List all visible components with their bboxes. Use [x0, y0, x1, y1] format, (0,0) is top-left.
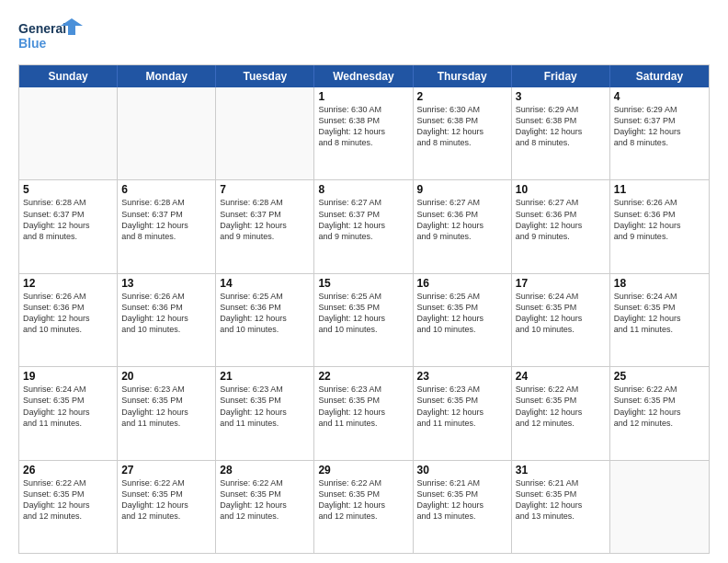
calendar-day-cell: 26Sunrise: 6:22 AM Sunset: 6:35 PM Dayli…: [19, 461, 118, 553]
day-number: 17: [516, 277, 606, 290]
calendar-row: 19Sunrise: 6:24 AM Sunset: 6:35 PM Dayli…: [19, 367, 709, 460]
day-info: Sunrise: 6:21 AM Sunset: 6:35 PM Dayligh…: [417, 477, 507, 523]
calendar-empty-cell: [610, 461, 709, 553]
calendar-header: SundayMondayTuesdayWednesdayThursdayFrid…: [19, 65, 709, 87]
calendar-empty-cell: [118, 87, 216, 179]
calendar-body: 1Sunrise: 6:30 AM Sunset: 6:38 PM Daylig…: [19, 87, 709, 553]
day-info: Sunrise: 6:25 AM Sunset: 6:36 PM Dayligh…: [220, 291, 310, 336]
calendar-day-cell: 17Sunrise: 6:24 AM Sunset: 6:35 PM Dayli…: [512, 274, 610, 366]
calendar-day-cell: 29Sunrise: 6:22 AM Sunset: 6:35 PM Dayli…: [314, 461, 413, 553]
day-info: Sunrise: 6:26 AM Sunset: 6:36 PM Dayligh…: [121, 291, 211, 336]
day-number: 27: [121, 464, 211, 477]
svg-text:General: General: [18, 21, 66, 36]
day-info: Sunrise: 6:29 AM Sunset: 6:37 PM Dayligh…: [614, 104, 705, 149]
header: General Blue: [18, 17, 710, 55]
calendar-row: 1Sunrise: 6:30 AM Sunset: 6:38 PM Daylig…: [19, 87, 709, 180]
calendar-day-cell: 18Sunrise: 6:24 AM Sunset: 6:35 PM Dayli…: [610, 274, 709, 366]
day-number: 19: [23, 370, 113, 383]
calendar-day-cell: 5Sunrise: 6:28 AM Sunset: 6:37 PM Daylig…: [19, 180, 118, 272]
day-info: Sunrise: 6:27 AM Sunset: 6:37 PM Dayligh…: [318, 197, 408, 242]
calendar-day-cell: 6Sunrise: 6:28 AM Sunset: 6:37 PM Daylig…: [118, 180, 216, 272]
day-number: 16: [417, 277, 507, 290]
day-info: Sunrise: 6:28 AM Sunset: 6:37 PM Dayligh…: [220, 197, 310, 242]
calendar-day-cell: 24Sunrise: 6:22 AM Sunset: 6:35 PM Dayli…: [512, 367, 610, 459]
day-info: Sunrise: 6:25 AM Sunset: 6:35 PM Dayligh…: [417, 291, 507, 336]
calendar-day-cell: 11Sunrise: 6:26 AM Sunset: 6:36 PM Dayli…: [610, 180, 709, 272]
calendar-day-cell: 21Sunrise: 6:23 AM Sunset: 6:35 PM Dayli…: [216, 367, 314, 459]
weekday-header: Saturday: [610, 65, 709, 87]
day-number: 14: [220, 277, 310, 290]
calendar-day-cell: 30Sunrise: 6:21 AM Sunset: 6:35 PM Dayli…: [414, 461, 512, 553]
calendar-row: 26Sunrise: 6:22 AM Sunset: 6:35 PM Dayli…: [19, 461, 709, 553]
weekday-header: Sunday: [19, 65, 118, 87]
calendar-day-cell: 20Sunrise: 6:23 AM Sunset: 6:35 PM Dayli…: [118, 367, 216, 459]
day-number: 15: [318, 277, 408, 290]
day-number: 30: [417, 464, 507, 477]
calendar-day-cell: 27Sunrise: 6:22 AM Sunset: 6:35 PM Dayli…: [118, 461, 216, 553]
calendar-day-cell: 1Sunrise: 6:30 AM Sunset: 6:38 PM Daylig…: [314, 87, 413, 179]
day-number: 3: [516, 90, 606, 103]
day-number: 20: [121, 370, 211, 383]
day-number: 13: [121, 277, 211, 290]
day-number: 26: [23, 464, 113, 477]
day-info: Sunrise: 6:24 AM Sunset: 6:35 PM Dayligh…: [23, 384, 113, 429]
day-info: Sunrise: 6:29 AM Sunset: 6:38 PM Dayligh…: [516, 104, 606, 149]
calendar-day-cell: 31Sunrise: 6:21 AM Sunset: 6:35 PM Dayli…: [512, 461, 610, 553]
day-info: Sunrise: 6:27 AM Sunset: 6:36 PM Dayligh…: [516, 197, 606, 242]
calendar-day-cell: 7Sunrise: 6:28 AM Sunset: 6:37 PM Daylig…: [216, 180, 314, 272]
day-info: Sunrise: 6:26 AM Sunset: 6:36 PM Dayligh…: [23, 291, 113, 336]
calendar-day-cell: 10Sunrise: 6:27 AM Sunset: 6:36 PM Dayli…: [512, 180, 610, 272]
page: General Blue SundayMondayTuesdayWednesda…: [0, 0, 728, 563]
day-info: Sunrise: 6:23 AM Sunset: 6:35 PM Dayligh…: [220, 384, 310, 429]
logo-svg: General Blue: [18, 17, 83, 55]
weekday-header: Thursday: [414, 65, 512, 87]
calendar-row: 12Sunrise: 6:26 AM Sunset: 6:36 PM Dayli…: [19, 274, 709, 367]
day-number: 21: [220, 370, 310, 383]
day-number: 11: [614, 183, 705, 196]
day-info: Sunrise: 6:23 AM Sunset: 6:35 PM Dayligh…: [318, 384, 408, 429]
day-info: Sunrise: 6:28 AM Sunset: 6:37 PM Dayligh…: [23, 197, 113, 242]
day-number: 31: [516, 464, 606, 477]
day-info: Sunrise: 6:30 AM Sunset: 6:38 PM Dayligh…: [318, 104, 408, 149]
day-number: 10: [516, 183, 606, 196]
logo: General Blue: [18, 17, 83, 55]
day-number: 12: [23, 277, 113, 290]
calendar-day-cell: 4Sunrise: 6:29 AM Sunset: 6:37 PM Daylig…: [610, 87, 709, 179]
day-info: Sunrise: 6:21 AM Sunset: 6:35 PM Dayligh…: [516, 477, 606, 523]
day-info: Sunrise: 6:22 AM Sunset: 6:35 PM Dayligh…: [614, 384, 705, 429]
day-info: Sunrise: 6:22 AM Sunset: 6:35 PM Dayligh…: [318, 477, 408, 523]
calendar-empty-cell: [19, 87, 118, 179]
day-info: Sunrise: 6:30 AM Sunset: 6:38 PM Dayligh…: [417, 104, 507, 149]
calendar-day-cell: 19Sunrise: 6:24 AM Sunset: 6:35 PM Dayli…: [19, 367, 118, 459]
day-number: 1: [318, 90, 408, 103]
day-number: 5: [23, 183, 113, 196]
day-number: 2: [417, 90, 507, 103]
calendar-day-cell: 12Sunrise: 6:26 AM Sunset: 6:36 PM Dayli…: [19, 274, 118, 366]
day-info: Sunrise: 6:22 AM Sunset: 6:35 PM Dayligh…: [23, 477, 113, 523]
calendar-day-cell: 9Sunrise: 6:27 AM Sunset: 6:36 PM Daylig…: [414, 180, 512, 272]
calendar-day-cell: 25Sunrise: 6:22 AM Sunset: 6:35 PM Dayli…: [610, 367, 709, 459]
day-info: Sunrise: 6:28 AM Sunset: 6:37 PM Dayligh…: [121, 197, 211, 242]
weekday-header: Friday: [512, 65, 610, 87]
day-number: 6: [121, 183, 211, 196]
day-number: 8: [318, 183, 408, 196]
calendar-day-cell: 22Sunrise: 6:23 AM Sunset: 6:35 PM Dayli…: [314, 367, 413, 459]
day-number: 7: [220, 183, 310, 196]
day-info: Sunrise: 6:25 AM Sunset: 6:35 PM Dayligh…: [318, 291, 408, 336]
day-number: 9: [417, 183, 507, 196]
calendar-day-cell: 8Sunrise: 6:27 AM Sunset: 6:37 PM Daylig…: [314, 180, 413, 272]
day-info: Sunrise: 6:22 AM Sunset: 6:35 PM Dayligh…: [220, 477, 310, 523]
day-number: 24: [516, 370, 606, 383]
day-number: 22: [318, 370, 408, 383]
day-number: 28: [220, 464, 310, 477]
weekday-header: Tuesday: [216, 65, 314, 87]
calendar-day-cell: 3Sunrise: 6:29 AM Sunset: 6:38 PM Daylig…: [512, 87, 610, 179]
day-number: 29: [318, 464, 408, 477]
day-info: Sunrise: 6:24 AM Sunset: 6:35 PM Dayligh…: [614, 291, 705, 336]
day-number: 4: [614, 90, 705, 103]
calendar-day-cell: 16Sunrise: 6:25 AM Sunset: 6:35 PM Dayli…: [414, 274, 512, 366]
weekday-header: Wednesday: [314, 65, 413, 87]
calendar-day-cell: 2Sunrise: 6:30 AM Sunset: 6:38 PM Daylig…: [414, 87, 512, 179]
calendar-day-cell: 15Sunrise: 6:25 AM Sunset: 6:35 PM Dayli…: [314, 274, 413, 366]
calendar-day-cell: 28Sunrise: 6:22 AM Sunset: 6:35 PM Dayli…: [216, 461, 314, 553]
